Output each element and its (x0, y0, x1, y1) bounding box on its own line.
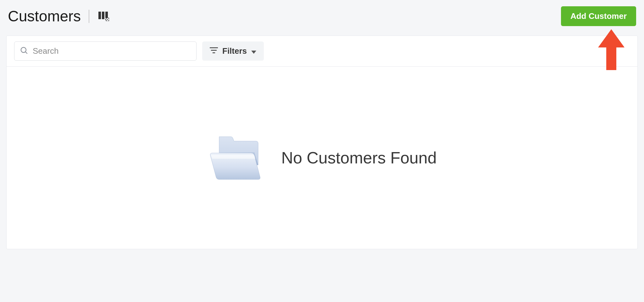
svg-marker-18 (251, 51, 256, 54)
search-box[interactable] (14, 41, 197, 61)
header-divider (89, 10, 89, 23)
svg-line-9 (106, 18, 106, 18)
svg-rect-2 (105, 12, 108, 18)
svg-point-4 (107, 19, 108, 20)
svg-line-14 (25, 52, 27, 53)
svg-rect-0 (98, 12, 101, 19)
svg-rect-1 (102, 12, 104, 19)
filter-icon (210, 46, 218, 56)
toolbar: Filters (7, 36, 637, 67)
svg-line-11 (106, 20, 106, 21)
empty-folder-icon (207, 134, 262, 182)
search-input[interactable] (33, 46, 191, 56)
page-title: Customers (8, 8, 81, 25)
content-card: Filters (6, 36, 638, 249)
filters-label: Filters (222, 46, 247, 56)
page-header: Customers (6, 6, 638, 26)
header-left: Customers (8, 8, 110, 25)
svg-line-10 (109, 20, 109, 21)
filters-button[interactable]: Filters (202, 41, 264, 61)
empty-state-message: No Customers Found (281, 148, 436, 167)
search-icon (20, 47, 28, 56)
svg-line-12 (109, 18, 109, 18)
empty-state: No Customers Found (7, 67, 637, 249)
column-settings-icon[interactable] (97, 10, 110, 22)
add-customer-button[interactable]: Add Customer (561, 6, 636, 26)
svg-point-13 (21, 47, 26, 52)
chevron-down-icon (251, 46, 256, 56)
